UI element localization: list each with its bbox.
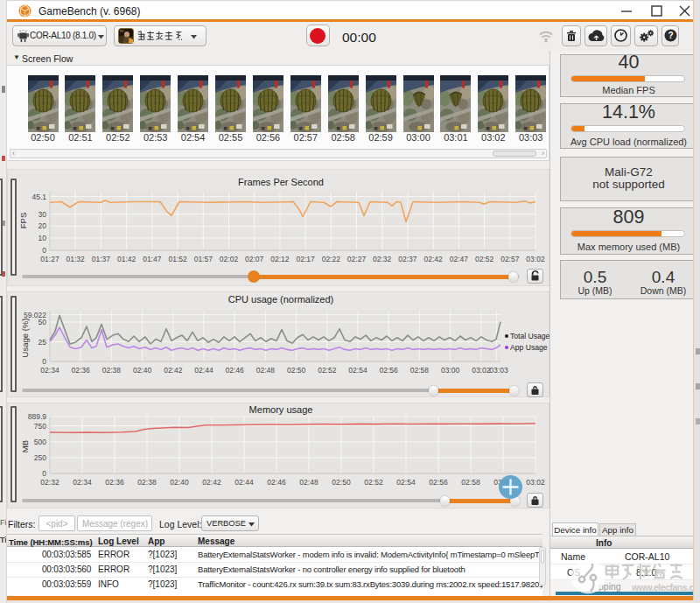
svg-text:02:32: 02:32 — [373, 255, 392, 263]
svg-text:250: 250 — [34, 453, 46, 462]
svg-text:889.9: 889.9 — [28, 412, 47, 421]
svg-text:Usage (%): Usage (%) — [20, 319, 30, 358]
svg-text:20: 20 — [38, 221, 47, 230]
svg-text:01:52: 01:52 — [168, 255, 187, 263]
svg-text:02:48: 02:48 — [256, 366, 276, 375]
svg-text:03:03: 03:03 — [489, 366, 508, 375]
svg-text:03:02: 03:02 — [526, 255, 545, 263]
svg-text:02:44: 02:44 — [194, 366, 214, 375]
svg-text:01:32: 01:32 — [66, 255, 86, 263]
svg-text:02:17: 02:17 — [296, 255, 315, 263]
svg-text:Memory usage: Memory usage — [249, 404, 313, 415]
svg-text:02:36: 02:36 — [105, 478, 124, 487]
svg-text:02:02: 02:02 — [220, 255, 239, 263]
svg-text:App Usage: App Usage — [510, 343, 548, 352]
svg-text:50: 50 — [38, 318, 47, 326]
svg-text:02:42: 02:42 — [424, 255, 444, 263]
svg-text:30: 30 — [38, 210, 47, 219]
svg-text:02:07: 02:07 — [245, 255, 264, 263]
svg-text:02:44: 02:44 — [234, 478, 254, 487]
svg-text:02:27: 02:27 — [347, 255, 367, 263]
svg-text:FPS: FPS — [18, 213, 28, 228]
svg-text:02:40: 02:40 — [133, 366, 152, 375]
svg-text:01:27: 01:27 — [40, 255, 60, 263]
svg-text:03:02: 03:02 — [526, 478, 545, 487]
svg-text:CPU usage (normalized): CPU usage (normalized) — [228, 294, 333, 305]
svg-text:25: 25 — [38, 338, 47, 347]
svg-text:02:52: 02:52 — [364, 478, 383, 487]
svg-text:02:38: 02:38 — [137, 478, 157, 487]
svg-text:0: 0 — [42, 357, 46, 366]
svg-text:Frames Per Second: Frames Per Second — [238, 177, 324, 187]
svg-text:02:48: 02:48 — [299, 478, 318, 487]
svg-text:02:56: 02:56 — [380, 366, 399, 375]
svg-text:?: ? — [668, 31, 673, 40]
svg-text:01:47: 01:47 — [143, 255, 162, 263]
svg-text:02:46: 02:46 — [226, 366, 245, 375]
svg-text:0: 0 — [42, 246, 46, 255]
svg-text:02:42: 02:42 — [202, 478, 221, 487]
svg-text:01:37: 01:37 — [92, 255, 111, 263]
svg-text:02:12: 02:12 — [270, 255, 290, 263]
svg-text:Total Usage: Total Usage — [510, 332, 550, 340]
svg-text:02:32: 02:32 — [40, 478, 60, 487]
svg-text:02:47: 02:47 — [450, 255, 469, 263]
svg-text:01:42: 01:42 — [117, 255, 136, 263]
svg-text:02:36: 02:36 — [72, 366, 91, 375]
svg-text:02:34: 02:34 — [40, 366, 60, 375]
svg-text:02:54: 02:54 — [396, 478, 416, 487]
svg-text:02:57: 02:57 — [500, 255, 520, 263]
svg-text:02:50: 02:50 — [332, 478, 351, 487]
svg-text:02:58: 02:58 — [461, 478, 480, 487]
svg-text:10: 10 — [38, 234, 47, 242]
svg-text:02:42: 02:42 — [164, 366, 183, 375]
svg-text:02:40: 02:40 — [170, 478, 189, 487]
svg-text:02:22: 02:22 — [322, 255, 341, 263]
svg-text:02:58: 02:58 — [410, 366, 430, 375]
svg-text:02:38: 02:38 — [102, 366, 122, 375]
svg-text:750: 750 — [34, 422, 46, 431]
svg-text:MB: MB — [20, 440, 30, 452]
svg-text:01:57: 01:57 — [194, 255, 214, 263]
svg-text:45.1: 45.1 — [32, 193, 46, 201]
svg-text:02:56: 02:56 — [429, 478, 448, 487]
svg-text:02:50: 02:50 — [287, 366, 306, 375]
svg-text:02:54: 02:54 — [348, 366, 368, 375]
svg-text:03:02: 03:02 — [472, 366, 491, 375]
svg-text:02:37: 02:37 — [398, 255, 417, 263]
svg-text:02:34: 02:34 — [73, 478, 92, 487]
svg-text:500: 500 — [34, 438, 46, 446]
svg-text:0: 0 — [42, 469, 46, 478]
svg-text:02:52: 02:52 — [475, 255, 494, 263]
svg-text:02:52: 02:52 — [318, 366, 337, 375]
svg-text:02:46: 02:46 — [267, 478, 286, 487]
svg-text:03:00: 03:00 — [441, 366, 460, 375]
